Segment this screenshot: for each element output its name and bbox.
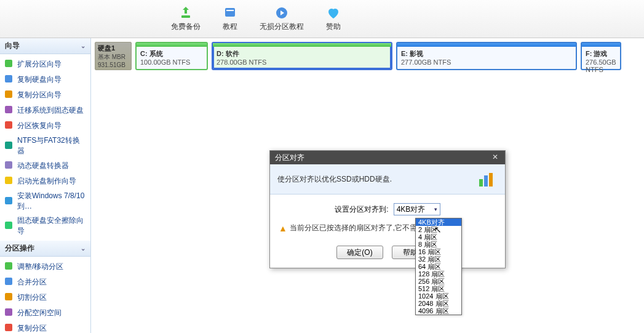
sidebar-item[interactable]: 安装Windows 7/8/10到… (0, 189, 90, 214)
partition-size: 278.00GB NTFS (217, 58, 388, 66)
sidebar-item[interactable]: 动态硬盘转换器 (0, 158, 90, 174)
dropdown-item[interactable]: 512 扇区 (416, 285, 461, 292)
sidebar-item-label: 调整/移动分区 (17, 262, 63, 272)
sidebar-item-label: 复制分区 (17, 323, 47, 333)
dialog-combo-row: 设置分区对齐到: 4KB对齐 ▾ (279, 203, 496, 215)
svg-rect-5 (5, 75, 12, 82)
dialog-title: 分区对齐 (275, 153, 304, 163)
sidebar-item[interactable]: 迁移系统到固态硬盘 (0, 103, 90, 118)
partition-label: D: 软件 (217, 49, 388, 58)
op-merge-icon (4, 276, 14, 288)
dropdown-item[interactable]: 128 扇区 (416, 270, 461, 278)
dropdown-item[interactable]: 2 扇区 (416, 226, 461, 233)
svg-rect-8 (5, 121, 12, 129)
toolbar-btn-backup[interactable]: 免费备份 (166, 3, 205, 34)
dropdown-item[interactable]: 16 扇区 (416, 248, 461, 255)
dialog-hint: 使分区对齐以优化SSD或HDD硬盘. (277, 174, 392, 185)
sidebar: 向导 ⌄ 扩展分区向导复制硬盘向导复制分区向导迁移系统到固态硬盘分区恢复向导NT… (0, 38, 91, 333)
wizard-install-icon (4, 196, 14, 207)
download-green-icon (178, 6, 193, 20)
dropdown-item[interactable]: 2048 扇区 (416, 300, 461, 307)
toolbar-label: 无损分区教程 (260, 22, 304, 32)
dialog-titlebar[interactable]: 分区对齐 ✕ (270, 151, 505, 164)
dropdown-item[interactable]: 8 扇区 (416, 241, 461, 248)
dropdown-item[interactable]: 256 扇区 (416, 278, 461, 285)
op-move-icon (4, 261, 14, 273)
dialog-infobar: 使分区对齐以优化SSD或HDD硬盘. (270, 164, 505, 195)
svg-rect-12 (5, 197, 12, 204)
svg-rect-0 (181, 15, 190, 18)
combo-value: 4KB对齐 (397, 204, 426, 215)
dropdown-item[interactable]: 4 扇区 (416, 233, 461, 241)
dialog-warning-row: ▲ 当前分区已按选择的扇区对齐了,它不需要被再次 (279, 223, 496, 233)
svg-rect-7 (5, 106, 12, 113)
sidebar-section-title: 分区操作 (5, 243, 34, 254)
dropdown-item[interactable]: 4KB对齐 (416, 219, 461, 226)
svg-rect-15 (5, 278, 12, 285)
dropdown-item[interactable]: 1024 扇区 (416, 292, 461, 300)
sidebar-item[interactable]: 固态硬盘安全擦除向导 (0, 214, 90, 238)
button-label: 确定(O) (347, 247, 372, 258)
sidebar-item-label: 动态硬盘转换器 (17, 161, 69, 171)
align-combo[interactable]: 4KB对齐 ▾ (394, 203, 440, 215)
sidebar-item[interactable]: 合并分区 (0, 275, 90, 290)
svg-rect-18 (5, 324, 12, 331)
sidebar-item-label: 复制分区向导 (17, 90, 62, 100)
disk-strip: 硬盘1 基本 MBR 931.51GB C: 系统 100.00GB NTFS … (95, 42, 640, 70)
svg-rect-10 (5, 161, 12, 169)
svg-rect-14 (5, 262, 12, 270)
sidebar-section-header-ops[interactable]: 分区操作 ⌄ (0, 241, 90, 257)
sidebar-item-label: 安装Windows 7/8/10到… (17, 191, 87, 212)
collapse-icon: ⌄ (81, 42, 85, 49)
sidebar-item[interactable]: 分配空闲空间 (0, 305, 90, 321)
sidebar-item[interactable]: 复制分区向导 (0, 87, 90, 103)
wizard-dynamic-icon (4, 160, 14, 172)
partition-size: 277.00GB NTFS (401, 58, 572, 66)
align-dropdown-list[interactable]: 4KB对齐2 扇区4 扇区8 扇区16 扇区32 扇区64 扇区128 扇区25… (415, 218, 462, 315)
sidebar-item[interactable]: 切割分区 (0, 290, 90, 305)
sidebar-item[interactable]: NTFS与FAT32转换器 (0, 134, 90, 158)
close-icon[interactable]: ✕ (490, 153, 500, 162)
sidebar-list-ops: 调整/移动分区合并分区切割分区分配空闲空间复制分区创建分区删除分区格式化分区更改… (0, 257, 90, 333)
svg-rect-13 (5, 222, 12, 229)
toolbar-btn-donate[interactable]: 赞助 (321, 3, 346, 34)
dialog-combo-label: 设置分区对齐到: (335, 204, 388, 215)
op-copy-icon (4, 323, 14, 333)
partition-c[interactable]: C: 系统 100.00GB NTFS (135, 42, 208, 70)
dropdown-item[interactable]: 4096 扇区 (416, 307, 461, 315)
warning-icon: ▲ (279, 223, 287, 233)
dropdown-item[interactable]: 32 扇区 (416, 255, 461, 263)
dialog-body: 设置分区对齐到: 4KB对齐 ▾ ▲ 当前分区已按选择的扇区对齐了,它不需要被再… (270, 195, 505, 239)
partition-label: E: 影视 (401, 49, 572, 58)
partition-f[interactable]: F: 游戏 276.50GB NTFS (581, 42, 621, 70)
sidebar-item-label: 固态硬盘安全擦除向导 (17, 215, 87, 236)
sidebar-item-label: 分配空闲空间 (17, 308, 62, 318)
sidebar-item[interactable]: 扩展分区向导 (0, 57, 90, 72)
dialog-partition-align: 分区对齐 ✕ 使分区对齐以优化SSD或HDD硬盘. 设置分区对齐到: 4KB对齐… (269, 150, 506, 268)
partition-size: 276.50GB NTFS (586, 58, 616, 73)
sidebar-section-header-wizard[interactable]: 向导 ⌄ (0, 38, 90, 54)
heart-icon (326, 6, 341, 20)
partition-label: C: 系统 (140, 49, 203, 58)
sidebar-item-label: 迁移系统到固态硬盘 (17, 105, 84, 116)
toolbar-btn-lossless[interactable]: 无损分区教程 (255, 3, 309, 34)
toolbar-btn-tutorial[interactable]: 教程 (218, 3, 242, 34)
sidebar-item[interactable]: 复制硬盘向导 (0, 72, 90, 87)
disk-info-block[interactable]: 硬盘1 基本 MBR 931.51GB (95, 42, 132, 70)
svg-rect-23 (479, 179, 483, 187)
disk-name: 硬盘1 (98, 44, 129, 53)
dialog-button-row: 确定(O) 帮助(H) (270, 239, 505, 268)
partition-e[interactable]: E: 影视 277.00GB NTFS (396, 42, 577, 70)
sidebar-item[interactable]: 启动光盘制作向导 (0, 174, 90, 189)
toolbar-label: 教程 (223, 22, 237, 32)
ok-button[interactable]: 确定(O) (336, 246, 383, 259)
dropdown-item[interactable]: 64 扇区 (416, 263, 461, 270)
op-alloc-icon (4, 307, 14, 319)
sidebar-item[interactable]: 复制分区 (0, 321, 90, 333)
sidebar-item[interactable]: 调整/移动分区 (0, 259, 90, 275)
op-split-icon (4, 292, 14, 303)
svg-rect-4 (5, 60, 12, 67)
partition-d[interactable]: D: 软件 278.00GB NTFS (212, 42, 392, 70)
sidebar-item[interactable]: 分区恢复向导 (0, 118, 90, 134)
book-blue-icon (223, 6, 237, 20)
